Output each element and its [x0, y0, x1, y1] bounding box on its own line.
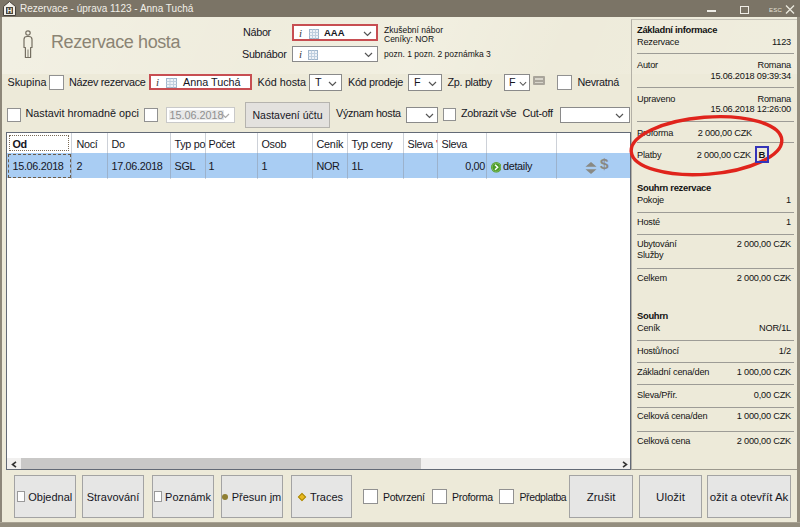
svg-text:H: H [7, 7, 12, 14]
